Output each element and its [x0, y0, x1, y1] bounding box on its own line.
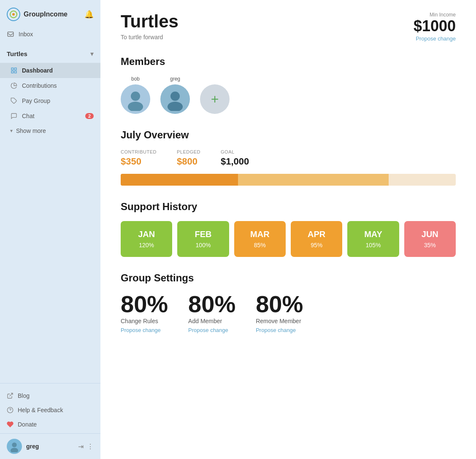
group-header[interactable]: Turtles ▾ — [0, 46, 100, 62]
history-title: Support History — [121, 201, 456, 213]
settings-section: Group Settings 80% Change Rules Propose … — [121, 272, 456, 334]
page-subtitle: To turtle forward — [121, 34, 178, 40]
history-card-jun: JUN 35% — [404, 221, 456, 257]
settings-card-changerules: 80% Change Rules Propose change — [121, 292, 168, 334]
propose-change-header[interactable]: Propose change — [416, 35, 456, 42]
history-section: Support History JAN 120% FEB 100% MAR 85… — [121, 201, 456, 257]
removemember-propose[interactable]: Propose change — [256, 327, 296, 333]
addmember-propose[interactable]: Propose change — [188, 327, 228, 333]
svg-rect-7 — [11, 71, 14, 73]
help-label: Help & Feedback — [18, 407, 63, 413]
svg-point-15 — [128, 102, 143, 111]
svg-point-13 — [11, 448, 18, 453]
stat-pledged: PLEDGED $800 — [177, 149, 200, 167]
addmember-label: Add Member — [188, 318, 235, 324]
month-may: MAY — [352, 230, 394, 239]
inbox-icon — [7, 30, 14, 38]
history-card-may: MAY 105% — [347, 221, 399, 257]
month-jun: JUN — [409, 230, 451, 239]
page-title: Turtles — [121, 12, 178, 31]
member-greg: greg — [160, 76, 190, 114]
min-income-area: Min Income $1000 Propose change — [414, 12, 456, 42]
blog-link[interactable]: Blog — [0, 389, 100, 403]
members-section: Members bob greg — [121, 56, 456, 114]
month-apr: APR — [296, 230, 337, 239]
pct-apr: 95% — [296, 242, 337, 248]
show-more[interactable]: ▾ Show more — [0, 124, 100, 138]
pledged-label: PLEDGED — [177, 149, 200, 154]
sidebar-item-chat[interactable]: Chat 2 — [0, 108, 100, 124]
goal-value: $1,000 — [221, 156, 249, 167]
member-bob-avatar-icon — [124, 87, 147, 111]
sidebar-label-chat: Chat — [22, 113, 35, 119]
min-income-value: $1000 — [414, 18, 456, 35]
month-mar: MAR — [239, 230, 281, 239]
sidebar-label-dashboard: Dashboard — [22, 67, 53, 74]
inbox-item[interactable]: Inbox — [0, 26, 100, 42]
show-more-label: Show more — [16, 127, 46, 134]
logout-icon[interactable]: ⇥ — [78, 443, 84, 451]
logo-text: GroupIncome — [24, 11, 68, 18]
donate-link[interactable]: Donate — [0, 417, 100, 432]
sidebar-footer: Blog Help & Feedback Donate greg — [0, 383, 100, 459]
sidebar-item-dashboard[interactable]: Dashboard — [0, 63, 100, 78]
member-greg-avatar-icon — [163, 87, 187, 111]
pie-icon — [10, 82, 18, 89]
bell-icon[interactable]: 🔔 — [84, 10, 94, 19]
chevron-down-small-icon: ▾ — [10, 128, 13, 134]
overview-title: July Overview — [121, 129, 456, 141]
main-content: Turtles To turtle forward Min Income $10… — [100, 0, 476, 459]
contributed-label: CONTRIBUTED — [121, 149, 157, 154]
pct-jan: 120% — [126, 242, 167, 248]
svg-point-12 — [12, 443, 16, 447]
svg-point-14 — [131, 92, 140, 101]
svg-line-9 — [10, 393, 13, 396]
settings-title: Group Settings — [121, 272, 456, 284]
sidebar-item-paygroup[interactable]: Pay Group — [0, 93, 100, 108]
title-area: Turtles To turtle forward — [121, 12, 178, 40]
nav-items: Dashboard Contributions Pay Group — [0, 63, 100, 124]
more-options-icon[interactable]: ⋮ — [87, 443, 94, 451]
svg-point-2 — [12, 13, 15, 16]
sidebar-item-contributions[interactable]: Contributions — [0, 78, 100, 93]
page-header: Turtles To turtle forward Min Income $10… — [121, 12, 456, 42]
svg-rect-6 — [14, 71, 16, 73]
settings-card-removemember: 80% Remove Member Propose change — [256, 292, 303, 334]
removemember-pct: 80% — [256, 292, 303, 316]
heart-icon — [7, 421, 14, 428]
progress-bar-pledged — [238, 174, 389, 186]
sidebar-label-contributions: Contributions — [22, 82, 57, 89]
contributed-value: $350 — [121, 156, 157, 167]
overview-stats: CONTRIBUTED $350 PLEDGED $800 GOAL $1,00… — [121, 149, 456, 167]
inbox-label: Inbox — [19, 31, 33, 38]
changerules-propose[interactable]: Propose change — [121, 327, 161, 333]
chat-icon — [10, 112, 18, 120]
sidebar-label-paygroup: Pay Group — [22, 97, 50, 104]
member-bob: bob — [121, 76, 150, 114]
goal-label: GOAL — [221, 149, 249, 154]
pct-feb: 100% — [182, 242, 224, 248]
grid-icon — [10, 67, 18, 74]
sidebar-header: GroupIncome 🔔 — [0, 0, 100, 26]
svg-rect-4 — [11, 68, 14, 70]
stat-goal: GOAL $1,000 — [221, 149, 249, 167]
add-member-button[interactable]: + — [200, 84, 230, 114]
changerules-pct: 80% — [121, 292, 168, 316]
tag-icon — [10, 97, 18, 105]
progress-bar — [121, 174, 456, 186]
stat-contributed: CONTRIBUTED $350 — [121, 149, 157, 167]
sidebar: GroupIncome 🔔 Inbox Turtles ▾ Da — [0, 0, 100, 459]
logo-area: GroupIncome — [7, 8, 68, 21]
logo-icon — [7, 8, 20, 21]
history-card-feb: FEB 100% — [177, 221, 229, 257]
history-card-apr: APR 95% — [291, 221, 342, 257]
external-link-icon — [7, 392, 14, 399]
help-link[interactable]: Help & Feedback — [0, 403, 100, 417]
pct-mar: 85% — [239, 242, 281, 248]
donate-label: Donate — [18, 421, 37, 428]
member-bob-avatar — [121, 84, 150, 114]
history-card-mar: MAR 85% — [234, 221, 286, 257]
progress-bar-filled — [121, 174, 238, 186]
svg-point-17 — [168, 102, 183, 111]
pledged-value: $800 — [177, 156, 200, 167]
